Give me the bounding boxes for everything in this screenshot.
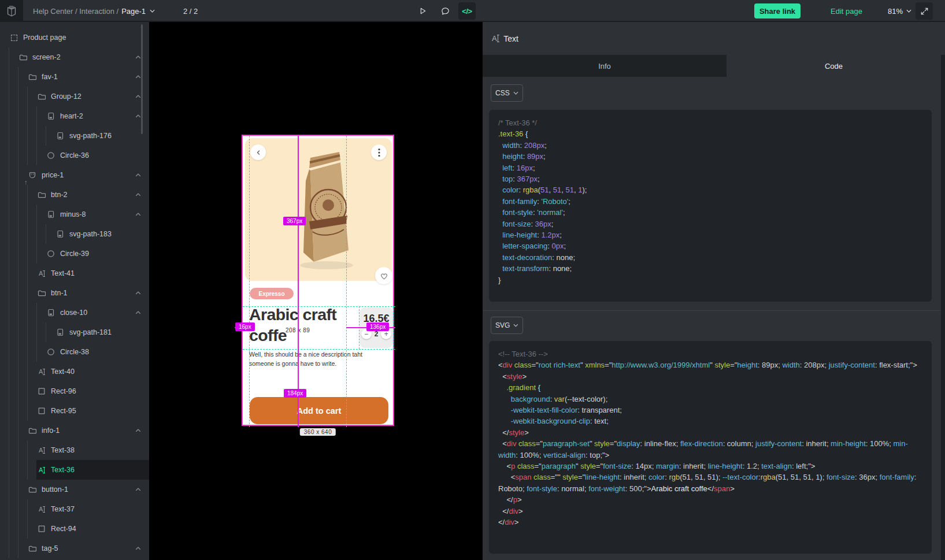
indent-guide (27, 303, 36, 322)
tree-item-minus-8[interactable]: minus-8 (0, 205, 149, 224)
collapse-chevron-icon[interactable] (135, 427, 142, 434)
svg-code-block[interactable]: <!-- Text-36 --><div class="root rich-te… (489, 341, 932, 554)
tree-item-text-37[interactable]: AText-37 (0, 499, 149, 519)
collapse-chevron-icon[interactable] (135, 486, 142, 493)
code-line: text-decoration: none; (498, 252, 922, 263)
collapse-chevron-icon[interactable] (135, 290, 142, 296)
tree-item-rect-94[interactable]: Rect-94 (0, 519, 149, 539)
tree-item-svg-path-181[interactable]: svg-path-181 (0, 322, 149, 342)
css-format-dropdown[interactable]: CSS (491, 84, 523, 102)
tree-item-product-page[interactable]: Product page (0, 28, 149, 47)
indent-guide (18, 283, 27, 303)
guide-left-margin (249, 136, 250, 427)
collapse-chevron-icon[interactable] (135, 211, 142, 218)
indent-guide (18, 185, 27, 205)
indent-guide (18, 87, 27, 106)
collapse-chevron-icon[interactable] (135, 545, 142, 552)
measure-badge-price: 136px (366, 322, 389, 331)
layer-label: Rect-94 (51, 525, 76, 533)
tree-item-svg-path-176[interactable]: svg-path-176 (0, 126, 149, 146)
indent-guide (27, 146, 36, 165)
tree-item-group-12[interactable]: Group-12 (0, 87, 149, 106)
app-logo[interactable] (0, 0, 23, 22)
collapse-chevron-icon[interactable] (135, 191, 142, 198)
category-tag[interactable]: Expresso (250, 288, 294, 299)
tree-item-price-1[interactable]: price-1 (0, 165, 149, 185)
file-icon (47, 112, 55, 120)
tree-item-btn-2[interactable]: btn-2 (0, 185, 149, 205)
tree-item-rect-96[interactable]: Rect-96 (0, 381, 149, 401)
indent-guide (18, 342, 27, 362)
sidebar-scrollbar[interactable] (141, 24, 143, 134)
add-to-cart-button[interactable]: Add to cart (250, 397, 388, 424)
indent-guide (18, 499, 27, 519)
layer-label: heart-2 (60, 112, 83, 120)
breadcrumb-path[interactable]: Help Center / Interaction / (33, 7, 118, 16)
product-title[interactable]: Arabic craft coffe (249, 304, 355, 346)
css-code-block[interactable]: /* Text-36 */.text-36 { width: 208px; he… (489, 110, 932, 302)
collapse-chevron-icon[interactable] (135, 309, 142, 316)
layer-label: Circle-38 (60, 348, 89, 356)
code-line: width: 208px; (498, 140, 922, 151)
text-icon: A (38, 446, 46, 454)
tree-item-circle-36[interactable]: Circle-36 (0, 146, 149, 165)
indent-guide (27, 106, 36, 126)
layer-label: price-1 (42, 171, 64, 179)
collapse-chevron-icon[interactable] (135, 172, 142, 179)
product-description[interactable]: Well, this should be a nice description … (249, 350, 362, 368)
code-line: font-family: 'Roboto'; (498, 196, 922, 207)
play-button[interactable] (414, 2, 431, 20)
zoom-level-control[interactable]: 81% (888, 0, 911, 22)
indent-guide (9, 303, 18, 322)
tree-item-button-1[interactable]: button-1 (0, 480, 149, 499)
breadcrumb[interactable]: Help Center / Interaction / Page-1 (33, 0, 155, 22)
folder-icon (28, 427, 36, 435)
screen-frame[interactable]: Expresso Arabic craft coffe 208 x 89 Wel… (242, 135, 394, 426)
tree-item-close-10[interactable]: close-10 (0, 303, 149, 322)
fullscreen-button[interactable] (916, 2, 933, 20)
code-line: </style> (498, 427, 922, 438)
tree-item-tag-5[interactable]: tag-5 (0, 539, 149, 558)
tree-item-text-41[interactable]: AText-41 (0, 264, 149, 283)
text-icon: A (38, 269, 46, 277)
indent-guide (27, 322, 36, 342)
edit-page-link[interactable]: Edit page (831, 0, 862, 22)
indent-guide (9, 67, 18, 87)
tree-item-text-40[interactable]: AText-40 (0, 362, 149, 381)
tree-item-circle-38[interactable]: Circle-38 (0, 342, 149, 362)
inspector-header: A Text (483, 22, 945, 55)
svg-format-dropdown[interactable]: SVG (491, 317, 523, 334)
breadcrumb-current-page[interactable]: Page-1 (121, 7, 146, 16)
tree-item-circle-39[interactable]: Circle-39 (0, 244, 149, 264)
tree-item-btn-1[interactable]: btn-1 (0, 283, 149, 303)
tree-item-text-38[interactable]: AText-38 (0, 440, 149, 460)
code-line: line-height: 1.2px; (498, 229, 922, 240)
layer-label: Rect-96 (51, 387, 76, 395)
code-view-button[interactable]: </> (458, 2, 476, 20)
tree-item-svg-path-183[interactable]: svg-path-183 (0, 224, 149, 244)
code-line: -webkit-text-fill-color: transparent; (498, 405, 922, 416)
tree-item-screen-2[interactable]: screen-2 (0, 47, 149, 67)
share-link-button[interactable]: Share link (754, 3, 801, 18)
tree-item-text-36[interactable]: AText-36 (0, 460, 149, 480)
favorite-button[interactable] (375, 267, 392, 284)
rect-icon (38, 407, 46, 415)
indent-guide (27, 87, 36, 106)
back-button[interactable] (250, 144, 266, 160)
tree-item-rect-95[interactable]: Rect-95 (0, 401, 149, 421)
tab-code[interactable]: Code (727, 55, 941, 77)
comment-button[interactable] (436, 2, 454, 20)
indent-guide (9, 460, 18, 480)
code-line: height: 89px; (498, 151, 922, 162)
indent-guide (36, 126, 46, 146)
panel-scrollbar-gutter[interactable] (941, 55, 945, 560)
file-icon (56, 230, 64, 238)
tree-item-heart-2[interactable]: heart-2 (0, 106, 149, 126)
tree-item-info-1[interactable]: info-1 (0, 421, 149, 440)
folder-icon (28, 73, 36, 81)
layer-label: minus-8 (60, 210, 86, 218)
tree-item-fav-1[interactable]: fav-1 (0, 67, 149, 87)
tab-info[interactable]: Info (483, 55, 727, 77)
css-dropdown-value: CSS (495, 89, 510, 97)
more-options-button[interactable] (371, 144, 387, 160)
